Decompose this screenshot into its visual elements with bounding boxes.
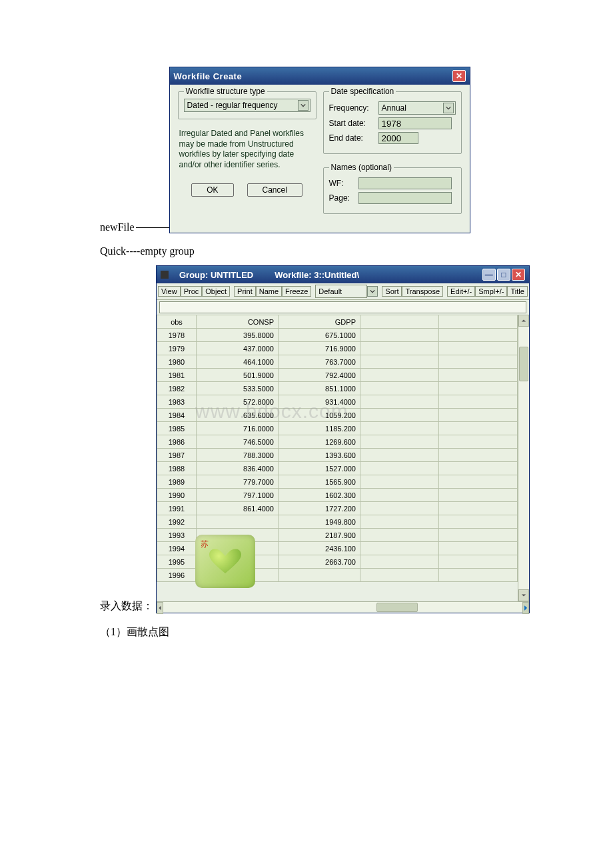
cell-gdpp[interactable]: 675.1000 xyxy=(279,329,360,342)
cell-consp[interactable]: 533.5000 xyxy=(197,382,279,395)
cell-blank[interactable] xyxy=(438,542,517,555)
table-row[interactable]: 1978395.8000675.1000 xyxy=(157,329,518,342)
minimize-icon[interactable]: — xyxy=(482,269,496,281)
cell-gdpp[interactable]: 1059.200 xyxy=(279,409,360,422)
cell-blank[interactable] xyxy=(360,409,439,422)
toolbar-edit[interactable]: Edit+/- xyxy=(447,286,475,297)
horizontal-scrollbar[interactable] xyxy=(157,601,529,613)
page-input[interactable] xyxy=(358,192,452,204)
cell-blank[interactable] xyxy=(360,342,439,355)
cell-gdpp[interactable]: 2187.900 xyxy=(279,529,360,542)
cell-blank[interactable] xyxy=(438,515,517,529)
ok-button[interactable]: OK xyxy=(191,183,233,197)
cell-obs[interactable]: 1990 xyxy=(157,489,197,502)
close-icon[interactable]: ✕ xyxy=(512,269,525,281)
vertical-scrollbar[interactable] xyxy=(518,315,529,601)
cell-gdpp[interactable]: 851.1000 xyxy=(279,382,360,395)
cell-blank[interactable] xyxy=(438,435,517,449)
cell-consp[interactable]: 797.1000 xyxy=(197,489,279,502)
toolbar-sort[interactable]: Sort xyxy=(382,286,402,297)
cell-consp[interactable]: 836.4000 xyxy=(197,462,279,475)
toolbar-transpose[interactable]: Transpose xyxy=(402,286,443,297)
cell-blank[interactable] xyxy=(360,569,439,582)
cell-obs[interactable]: 1991 xyxy=(157,502,197,515)
cell-blank[interactable] xyxy=(360,382,439,395)
cell-blank[interactable] xyxy=(360,369,439,382)
cell-blank[interactable] xyxy=(360,355,439,369)
cell-obs[interactable]: 1985 xyxy=(157,422,197,435)
cell-blank[interactable] xyxy=(438,409,517,422)
chevron-down-icon[interactable] xyxy=(443,103,454,113)
cell-blank[interactable] xyxy=(438,569,517,582)
cell-consp[interactable]: 464.1000 xyxy=(197,355,279,369)
cell-consp[interactable]: 395.8000 xyxy=(197,329,279,342)
cell-obs[interactable]: 1992 xyxy=(157,515,197,529)
table-row[interactable]: 1986746.50001269.600 xyxy=(157,435,518,449)
cell-blank[interactable] xyxy=(438,449,517,462)
cell-blank[interactable] xyxy=(438,529,517,542)
cell-blank[interactable] xyxy=(438,475,517,489)
cell-obs[interactable]: 1982 xyxy=(157,382,197,395)
chevron-down-icon[interactable] xyxy=(367,286,378,297)
cell-gdpp[interactable] xyxy=(279,569,360,582)
cell-gdpp[interactable]: 716.9000 xyxy=(279,342,360,355)
cell-blank[interactable] xyxy=(438,422,517,435)
cell-gdpp[interactable]: 931.4000 xyxy=(279,395,360,409)
cell-consp[interactable] xyxy=(197,515,279,529)
structure-type-select[interactable]: Dated - regular frequency xyxy=(184,99,310,112)
cell-blank[interactable] xyxy=(438,369,517,382)
table-row[interactable]: 1990797.10001602.300 xyxy=(157,489,518,502)
formula-bar[interactable] xyxy=(159,301,526,313)
cell-obs[interactable]: 1988 xyxy=(157,462,197,475)
scroll-down-icon[interactable] xyxy=(518,589,529,601)
cell-obs[interactable]: 1983 xyxy=(157,395,197,409)
toolbar-title[interactable]: Title xyxy=(507,286,527,297)
cell-blank[interactable] xyxy=(438,395,517,409)
toolbar-object[interactable]: Object xyxy=(202,286,230,297)
table-row[interactable]: 1988836.40001527.000 xyxy=(157,462,518,475)
cell-obs[interactable]: 1984 xyxy=(157,409,197,422)
cell-blank[interactable] xyxy=(438,342,517,355)
maximize-icon[interactable]: □ xyxy=(497,269,510,281)
end-date-input[interactable] xyxy=(378,132,418,144)
table-row[interactable]: 1985716.00001185.200 xyxy=(157,422,518,435)
cell-blank[interactable] xyxy=(360,422,439,435)
cell-obs[interactable]: 1981 xyxy=(157,369,197,382)
cell-blank[interactable] xyxy=(360,329,439,342)
start-date-input[interactable] xyxy=(378,117,452,129)
cell-obs[interactable]: 1986 xyxy=(157,435,197,449)
cell-gdpp[interactable]: 1602.300 xyxy=(279,489,360,502)
cell-blank[interactable] xyxy=(360,489,439,502)
cell-consp[interactable]: 437.0000 xyxy=(197,342,279,355)
cell-obs[interactable]: 1979 xyxy=(157,342,197,355)
table-row[interactable]: 1987788.30001393.600 xyxy=(157,449,518,462)
cell-blank[interactable] xyxy=(360,515,439,529)
cell-blank[interactable] xyxy=(360,475,439,489)
cell-gdpp[interactable]: 2436.100 xyxy=(279,542,360,555)
cell-consp[interactable]: 501.9000 xyxy=(197,369,279,382)
cell-blank[interactable] xyxy=(438,355,517,369)
chevron-down-icon[interactable] xyxy=(298,100,308,111)
cell-blank[interactable] xyxy=(438,489,517,502)
col-gdpp[interactable]: GDPP xyxy=(279,315,360,329)
cell-gdpp[interactable]: 1527.000 xyxy=(279,462,360,475)
scroll-thumb[interactable] xyxy=(376,603,418,612)
cell-consp[interactable]: 788.3000 xyxy=(197,449,279,462)
cell-obs[interactable]: 1996 xyxy=(157,569,197,582)
cell-blank[interactable] xyxy=(438,555,517,569)
wf-input[interactable] xyxy=(358,177,452,189)
cell-blank[interactable] xyxy=(360,542,439,555)
scroll-up-icon[interactable] xyxy=(518,315,529,327)
table-row[interactable]: 1984635.60001059.200 xyxy=(157,409,518,422)
cell-blank[interactable] xyxy=(438,502,517,515)
cell-blank[interactable] xyxy=(360,462,439,475)
cell-obs[interactable]: 1989 xyxy=(157,475,197,489)
cell-blank[interactable] xyxy=(360,502,439,515)
scroll-right-icon[interactable] xyxy=(522,602,529,614)
cell-gdpp[interactable]: 1949.800 xyxy=(279,515,360,529)
frequency-select[interactable]: Annual xyxy=(378,101,456,115)
cell-gdpp[interactable]: 763.7000 xyxy=(279,355,360,369)
cell-consp[interactable]: 861.4000 xyxy=(197,502,279,515)
cell-obs[interactable]: 1994 xyxy=(157,542,197,555)
table-row[interactable]: 1980464.1000763.7000 xyxy=(157,355,518,369)
